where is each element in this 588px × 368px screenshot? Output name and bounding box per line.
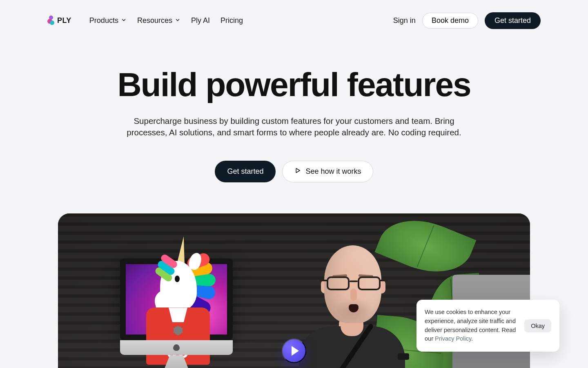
hero-get-started-button[interactable]: Get started: [215, 161, 276, 182]
sign-in-link[interactable]: Sign in: [393, 16, 416, 25]
hero-headline: Build powerful features: [0, 67, 588, 102]
play-button[interactable]: [282, 339, 306, 363]
cookie-accept-button[interactable]: Okay: [524, 319, 551, 332]
hero-section: Build powerful features Supercharge busi…: [0, 31, 588, 182]
brand-name: PLY: [57, 16, 71, 25]
cookie-text: We use cookies to enhance your experienc…: [425, 308, 519, 343]
presenter-figure: [287, 236, 417, 368]
brand-logo[interactable]: PLY: [47, 16, 71, 25]
apple-logo-icon: [173, 344, 180, 351]
hero-cta-row: Get started See how it works: [0, 161, 588, 182]
site-header: PLY Products Resources Ply AI Pricing Si…: [0, 0, 588, 31]
cookie-text-after: .: [471, 335, 473, 342]
nav-pricing-label: Pricing: [220, 16, 243, 25]
nav-products-label: Products: [89, 16, 118, 25]
play-icon: [292, 346, 299, 356]
logo-mark: [47, 16, 55, 25]
hero-subhead: Supercharge business by building custom …: [127, 115, 461, 138]
hero-see-how-label: See how it works: [305, 167, 361, 176]
book-demo-button[interactable]: Book demo: [422, 13, 478, 29]
nav-ply-ai[interactable]: Ply AI: [191, 16, 210, 25]
cookie-banner: We use cookies to enhance your experienc…: [416, 300, 559, 352]
nav-resources[interactable]: Resources: [137, 16, 180, 25]
get-started-button[interactable]: Get started: [485, 12, 541, 29]
imac-prop: 00: [120, 258, 233, 368]
chevron-down-icon: [121, 16, 127, 25]
play-outline-icon: [294, 167, 301, 176]
privacy-policy-link[interactable]: Privacy Policy: [435, 335, 471, 342]
unicorn-illustration: 00: [136, 240, 217, 355]
nav-resources-label: Resources: [137, 16, 172, 25]
nav-ply-ai-label: Ply AI: [191, 16, 210, 25]
glasses-icon: [327, 276, 381, 293]
header-actions: Sign in Book demo Get started: [393, 12, 541, 29]
hero-see-how-button[interactable]: See how it works: [282, 161, 373, 182]
nav-pricing[interactable]: Pricing: [220, 16, 243, 25]
nav-products[interactable]: Products: [89, 16, 127, 25]
primary-nav: Products Resources Ply AI Pricing: [89, 16, 243, 25]
chevron-down-icon: [175, 16, 180, 25]
microphone-mount: [398, 353, 409, 360]
